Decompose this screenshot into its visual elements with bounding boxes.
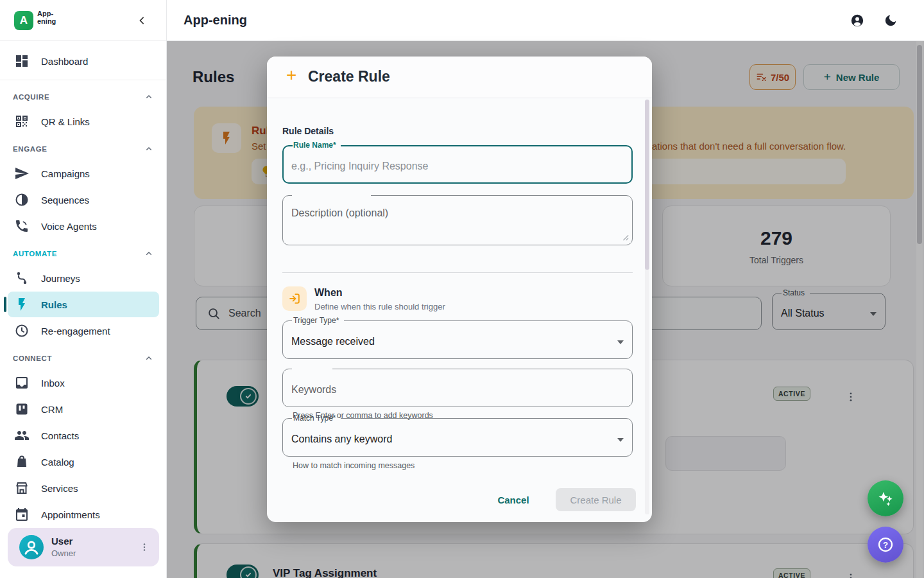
- match-type-value[interactable]: Contains any keyword: [282, 422, 633, 457]
- trigger-type-label: Trigger Type*: [291, 316, 341, 325]
- login-arrow-icon: [287, 292, 302, 306]
- clock-icon: [14, 323, 30, 338]
- sparkles-icon: [876, 489, 895, 508]
- modal-title: Create Rule: [308, 68, 390, 85]
- chevron-up-icon: [144, 249, 154, 259]
- create-rule-button[interactable]: Create Rule: [556, 488, 636, 511]
- resize-handle-icon[interactable]: [621, 233, 629, 241]
- user-role: Owner: [51, 548, 76, 558]
- bolt-icon: [14, 297, 30, 312]
- section-divider: [282, 272, 633, 273]
- sidebar-item-contacts[interactable]: Contacts: [8, 423, 159, 448]
- sidebar-section-automate[interactable]: AUTOMATE: [13, 247, 154, 260]
- sidebar-item-services[interactable]: Services: [8, 475, 159, 501]
- sidebar-item-sequences[interactable]: Sequences: [8, 187, 159, 213]
- user-name: User: [51, 536, 73, 547]
- sidebar-item-reengagement[interactable]: Re-engagement: [8, 318, 159, 344]
- sidebar-divider: [0, 80, 166, 80]
- plus-icon: +: [286, 65, 296, 85]
- sidebar-item-voice-agents[interactable]: Voice Agents: [8, 213, 159, 239]
- svg-text:?: ?: [883, 540, 888, 550]
- app-logo-text: App- ening: [37, 10, 56, 25]
- app-logo-letter: A: [20, 14, 28, 27]
- ai-assistant-fab[interactable]: [868, 480, 903, 516]
- people-icon: [14, 428, 30, 443]
- sidebar-logo-row: A App- ening: [0, 0, 166, 41]
- account-button[interactable]: [850, 13, 864, 28]
- storefront-icon: [14, 480, 30, 496]
- sidebar-item-rules[interactable]: Rules: [8, 292, 159, 317]
- description-input[interactable]: [282, 199, 633, 245]
- sidebar: A App- ening Dashboard ACQUIRE QR & Link…: [0, 0, 167, 578]
- account-circle-icon: [850, 13, 864, 28]
- keywords-input[interactable]: [282, 372, 633, 407]
- rule-name-input[interactable]: [282, 149, 633, 184]
- sidebar-item-catalog[interactable]: Catalog: [8, 449, 159, 475]
- match-type-helper-text: How to match incoming messages: [293, 461, 415, 470]
- calendar-icon: [14, 507, 30, 522]
- when-section-subtitle: Define when this rule should trigger: [314, 302, 445, 311]
- user-card[interactable]: User Owner: [8, 528, 159, 566]
- app-logo-line2: ening: [37, 18, 56, 26]
- sidebar-item-qr-links[interactable]: QR & Links: [8, 109, 159, 134]
- app-logo-icon: A: [14, 11, 33, 30]
- active-item-indicator: [4, 297, 6, 312]
- sidebar-collapse-button[interactable]: [135, 14, 148, 27]
- rule-name-field: Rule Name* Rule Name*: [282, 149, 633, 184]
- kanban-icon: [14, 401, 30, 417]
- dots-vertical-icon: [139, 539, 150, 555]
- help-fab[interactable]: ?: [868, 527, 903, 563]
- chevron-left-icon: [135, 14, 148, 27]
- chevron-up-icon: [144, 92, 154, 102]
- sidebar-item-crm[interactable]: CRM: [8, 396, 159, 422]
- sidebar-item-journeys[interactable]: Journeys: [8, 265, 159, 291]
- modal-scrollbar-thumb[interactable]: [645, 100, 649, 270]
- chevron-up-icon: [144, 353, 154, 363]
- phone-icon: [14, 218, 30, 234]
- trigger-type-select[interactable]: Trigger Type* Trigger Type* Message rece…: [282, 324, 633, 359]
- create-rule-modal: + Create Rule Rule Details Rule Name* Ru…: [267, 57, 652, 522]
- when-section-title: When: [314, 287, 343, 299]
- sidebar-section-acquire[interactable]: ACQUIRE: [13, 91, 154, 103]
- keywords-field: Keywords: [282, 372, 633, 407]
- rule-name-label: Rule Name*: [291, 141, 339, 150]
- chevron-down-icon: [617, 340, 624, 344]
- sidebar-section-connect[interactable]: CONNECT: [13, 352, 154, 365]
- sidebar-item-inbox[interactable]: Inbox: [8, 370, 159, 396]
- modal-header: + Create Rule: [267, 57, 652, 98]
- qr-code-icon: [14, 114, 30, 129]
- match-type-select[interactable]: Match Type* Match Type* Contains any key…: [282, 422, 633, 457]
- shopping-bag-icon: [14, 454, 30, 469]
- match-type-label: Match Type*: [291, 414, 338, 423]
- sidebar-section-engage[interactable]: ENGAGE: [13, 143, 154, 155]
- send-icon: [14, 166, 30, 181]
- dark-mode-toggle[interactable]: [884, 13, 898, 28]
- user-menu-button[interactable]: [139, 539, 150, 555]
- moon-icon: [884, 13, 898, 28]
- help-icon: ?: [876, 535, 895, 554]
- sidebar-item-appointments[interactable]: Appointments: [8, 502, 159, 527]
- description-field: Description (optional): [282, 199, 633, 245]
- when-section-icon-box: [282, 286, 307, 311]
- inbox-icon: [14, 375, 30, 390]
- rule-details-heading: Rule Details: [282, 126, 334, 136]
- app-logo-line1: App-: [37, 10, 56, 18]
- sidebar-item-dashboard[interactable]: Dashboard: [8, 48, 159, 74]
- avatar: [19, 535, 44, 559]
- topbar: App-ening: [167, 0, 924, 41]
- trigger-type-value[interactable]: Message received: [282, 324, 633, 359]
- chevron-down-icon: [617, 438, 624, 442]
- chevron-up-icon: [144, 144, 154, 154]
- dashboard-icon: [14, 53, 30, 69]
- sidebar-item-campaigns[interactable]: Campaigns: [8, 161, 159, 186]
- route-icon: [14, 270, 30, 286]
- sequences-icon: [14, 192, 30, 207]
- person-icon: [19, 535, 44, 559]
- app-title: App-ening: [184, 13, 247, 28]
- cancel-button[interactable]: Cancel: [488, 488, 538, 511]
